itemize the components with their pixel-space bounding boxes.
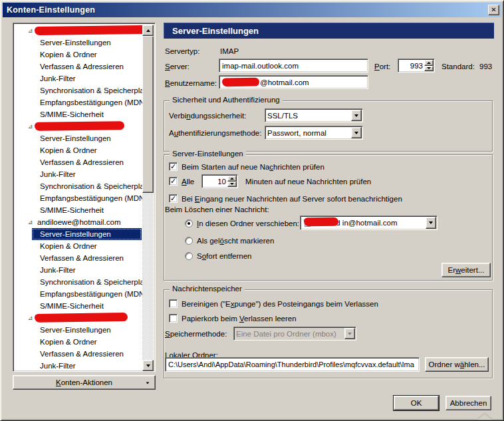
tree-item-row[interactable]: Verfassen & Adressieren xyxy=(15,156,142,168)
connection-security-label: Verbindungssicherheit: xyxy=(169,112,246,120)
auth-method-label: Authentifizierungsmethode: xyxy=(169,129,261,137)
tree-item-label: Verfassen & Adressieren xyxy=(40,254,124,262)
tree-scrollbar[interactable] xyxy=(142,25,154,370)
empty-trash-checkbox[interactable] xyxy=(169,314,178,323)
close-button[interactable]: ✕ xyxy=(488,5,499,15)
tree-account-row[interactable]: ⊿ xyxy=(15,25,142,37)
scroll-down-button[interactable] xyxy=(142,360,154,371)
tree-item-row[interactable]: S/MIME-Sicherheit xyxy=(15,300,142,312)
tree-item-row[interactable]: Synchronisation & Speicherplatz xyxy=(15,84,142,96)
redaction-scribble xyxy=(304,217,338,227)
combo-arrow-button[interactable] xyxy=(351,127,362,138)
cancel-button-label: Abbrechen xyxy=(450,399,487,407)
combo-arrow-button[interactable] xyxy=(426,217,436,229)
tree-item-row[interactable]: Server-Einstellungen xyxy=(15,228,142,240)
tree-item-row[interactable]: Verfassen & Adressieren xyxy=(15,348,142,360)
tree-item-row[interactable]: Junk-Filter xyxy=(15,360,142,370)
arrow-down-icon xyxy=(146,364,150,367)
expander-icon[interactable]: ⊿ xyxy=(28,216,37,228)
cancel-button[interactable]: Abbrechen xyxy=(445,396,491,410)
tree-item-row[interactable]: Kopien & Ordner xyxy=(15,336,142,348)
arrow-up-icon xyxy=(427,62,431,64)
local-folder-path-input[interactable]: C:\Users\Andi\AppData\Roaming\Thunderbir… xyxy=(165,357,420,372)
advanced-button[interactable]: Erweitert... xyxy=(441,263,491,277)
delete-behavior-label: Beim Löschen einer Nachricht: xyxy=(165,206,269,213)
tree-item-row[interactable]: Server-Einstellungen xyxy=(15,324,142,336)
interval-stepper[interactable]: 10 xyxy=(201,174,238,188)
tree-item-label: Server-Einstellungen xyxy=(40,39,111,47)
choose-folder-button[interactable]: Ordner wählen... xyxy=(425,357,489,372)
tree-item-row[interactable]: Empfangsbestätigungen (MDN) xyxy=(15,192,142,204)
tree-item-label: Empfangsbestätigungen (MDN) xyxy=(40,290,142,298)
tree-item-row[interactable]: Junk-Filter xyxy=(15,168,142,180)
port-down-button[interactable] xyxy=(424,66,434,72)
tree-item-label: Empfangsbestätigungen (MDN) xyxy=(40,194,142,202)
resize-grip[interactable] xyxy=(475,412,494,420)
auth-method-select[interactable]: Passwort, normal xyxy=(265,126,363,140)
tree-item-row[interactable]: Server-Einstellungen xyxy=(15,132,142,144)
port-stepper[interactable]: 993 xyxy=(398,59,435,72)
expunge-checkbox[interactable] xyxy=(169,299,178,308)
tree-item-row[interactable]: Verfassen & Adressieren xyxy=(15,252,142,264)
tree-item-row[interactable]: Verfassen & Adressieren xyxy=(15,61,142,72)
account-settings-dialog: Konten-Einstellungen ✕ ⊿Server-Einstellu… xyxy=(0,0,504,421)
tree-item-row[interactable]: Empfangsbestätigungen (MDN) xyxy=(15,96,142,108)
tree-item-label: Verfassen & Adressieren xyxy=(40,350,124,358)
storage-method-select: Eine Datei pro Ordner (mbox) xyxy=(233,327,356,341)
arrow-down-icon xyxy=(354,132,358,134)
redaction-scribble xyxy=(35,121,124,131)
tree-item-label: Junk-Filter xyxy=(40,362,76,370)
server-label: Server: xyxy=(165,63,189,70)
notify-checkbox[interactable]: ✓ xyxy=(169,194,178,203)
deleted-folder-select[interactable]: Deleted in @hotmail.com xyxy=(300,215,438,230)
local-folder-path-value: C:\Users\Andi\AppData\Roaming\Thunderbir… xyxy=(168,360,414,368)
tree-item-label: Synchronisation & Speicherplatz xyxy=(40,182,142,190)
username-input[interactable]: @hotmail.com xyxy=(219,75,368,89)
storage-group-title: Nachrichtenspeicher xyxy=(170,285,245,293)
storage-method-label: Speichermethode: xyxy=(165,330,227,338)
account-actions-button[interactable]: Konten-Aktionen xyxy=(13,375,156,390)
arrow-down-icon xyxy=(348,333,352,335)
tree-item-row[interactable]: Junk-Filter xyxy=(15,72,142,84)
tree-item-row[interactable]: Kopien & Ordner xyxy=(15,144,142,156)
tree-item-row[interactable]: Server-Einstellungen xyxy=(15,37,142,49)
tree-item-row[interactable]: Synchronisation & Speicherplatz xyxy=(15,180,142,192)
check-icon: ✓ xyxy=(170,178,176,185)
choose-folder-button-label: Ordner wählen... xyxy=(428,360,485,368)
remove-immediately-radio[interactable] xyxy=(185,252,193,260)
tree-item-label: Server-Einstellungen xyxy=(40,230,111,238)
interval-up-button[interactable] xyxy=(227,176,237,182)
tree-item-label: Kopien & Ordner xyxy=(40,338,97,346)
scrollbar-thumb[interactable] xyxy=(142,36,154,193)
combo-arrow-button[interactable] xyxy=(351,110,362,121)
tree-item-row[interactable]: Kopien & Ordner xyxy=(15,240,142,252)
ok-button[interactable]: OK xyxy=(394,396,439,410)
tree-item-row[interactable]: Junk-Filter xyxy=(15,264,142,276)
mark-deleted-radio[interactable] xyxy=(185,237,193,245)
tree-account-row[interactable]: ⊿ xyxy=(15,120,142,132)
move-to-folder-radio[interactable] xyxy=(185,219,193,227)
port-up-button[interactable] xyxy=(424,60,434,66)
port-label: Port: xyxy=(374,63,390,70)
interval-down-button[interactable] xyxy=(227,182,237,188)
advanced-button-label: Erweitert... xyxy=(448,266,485,274)
server-input[interactable]: imap-mail.outlook.com xyxy=(219,59,368,72)
window-title: Konten-Einstellungen xyxy=(7,5,488,15)
connection-security-select[interactable]: SSL/TLS xyxy=(265,108,363,122)
scroll-up-button[interactable] xyxy=(142,25,154,36)
redaction-scribble xyxy=(35,25,142,35)
tree-item-row[interactable]: Kopien & Ordner xyxy=(15,49,142,61)
tree-item-row[interactable]: Empfangsbestätigungen (MDN) xyxy=(15,288,142,300)
tree-item-label: Kopien & Ordner xyxy=(40,146,97,154)
titlebar[interactable]: Konten-Einstellungen ✕ xyxy=(3,3,501,17)
tree-item-label: Synchronisation & Speicherplatz xyxy=(40,86,142,94)
tree-item-row[interactable]: S/MIME-Sicherheit xyxy=(15,108,142,120)
check-icon: ✓ xyxy=(170,163,176,170)
tree-item-row[interactable]: S/MIME-Sicherheit xyxy=(15,204,142,216)
check-on-start-checkbox[interactable]: ✓ xyxy=(169,162,178,171)
tree-account-row[interactable]: ⊿ xyxy=(15,312,142,324)
account-tree: ⊿Server-EinstellungenKopien & OrdnerVerf… xyxy=(15,25,142,370)
check-interval-checkbox[interactable]: ✓ xyxy=(169,177,178,186)
tree-account-row[interactable]: ⊿andiloewe@hotmail.com xyxy=(15,216,142,228)
tree-item-row[interactable]: Synchronisation & Speicherplatz xyxy=(15,276,142,288)
